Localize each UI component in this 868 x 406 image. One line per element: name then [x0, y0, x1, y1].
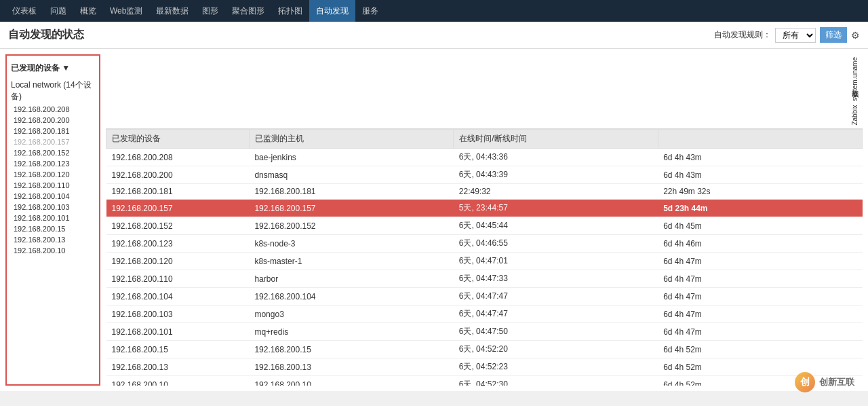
cell-online-time: 6天, 04:47:01 [454, 253, 658, 270]
device-item[interactable]: 192.168.200.120 [11, 169, 95, 180]
col-header-uptime [658, 130, 862, 149]
table-body: 192.168.200.208bae-jenkins6天, 04:43:366d… [106, 149, 863, 386]
nav-graphs[interactable]: 图形 [195, 0, 225, 22]
nav-web-monitor[interactable]: Web监测 [103, 0, 149, 22]
cell-uptime: 6d 4h 46m [658, 235, 862, 253]
cell-host: 192.168.200.13 [249, 358, 453, 376]
device-item[interactable]: 192.168.200.200 [11, 115, 95, 126]
cell-online-time: 6天, 04:43:36 [454, 149, 658, 166]
table-row: 192.168.200.103mongo36天, 04:47:476d 4h 4… [106, 306, 863, 323]
device-item[interactable]: 192.168.200.101 [11, 213, 95, 223]
cell-online-time: 6天, 04:52:20 [454, 341, 658, 358]
device-item[interactable]: 192.168.200.10 [11, 245, 95, 256]
nav-overview[interactable]: 概览 [73, 0, 103, 22]
table-row: 192.168.200.110harbor6天, 04:47:336d 4h 4… [106, 270, 863, 288]
device-item[interactable]: 192.168.200.104 [11, 191, 95, 202]
col-header-host: 已监测的主机 [249, 130, 453, 149]
cell-uptime: 6d 4h 47m [658, 323, 862, 341]
device-item[interactable]: 192.168.200.103 [11, 202, 95, 213]
nav-composite[interactable]: 聚合图形 [225, 0, 271, 22]
left-panel: 已发现的设备 ▼ Local network (14个设备) 192.168.2… [5, 54, 100, 386]
nav-topology[interactable]: 拓扑图 [271, 0, 309, 22]
cell-ip: 192.168.200.104 [106, 288, 250, 306]
cell-host: mongo3 [249, 306, 453, 323]
watermark-text: 创新互联 [819, 376, 854, 388]
table-row: 192.168.200.200dnsmasq6天, 04:43:396d 4h … [106, 166, 863, 184]
cell-online-time: 6天, 04:43:39 [454, 166, 658, 184]
cell-online-time: 22:49:32 [454, 184, 658, 200]
device-item[interactable]: 192.168.200.110 [11, 180, 95, 191]
cell-uptime: 6d 4h 52m [658, 341, 862, 358]
cell-ip: 192.168.200.110 [106, 270, 250, 288]
cell-ip: 192.168.200.15 [106, 341, 250, 358]
nav-autodiscovery[interactable]: 自动发现 [309, 0, 355, 22]
cell-online-time: 6天, 04:52:23 [454, 358, 658, 376]
cell-uptime: 6d 4h 47m [658, 306, 862, 323]
cell-ip: 192.168.200.103 [106, 306, 250, 323]
device-item[interactable]: 192.168.200.15 [11, 223, 95, 234]
cell-host: 192.168.200.181 [249, 184, 453, 200]
cell-online-time: 6天, 04:47:47 [454, 306, 658, 323]
cell-online-time: 6天, 04:46:55 [454, 235, 658, 253]
table-row: 192.168.200.15192.168.200.156天, 04:52:20… [106, 341, 863, 358]
cell-online-time: 6天, 04:52:30 [454, 376, 658, 386]
nav-dashboard[interactable]: 仪表板 [5, 0, 43, 22]
table-row: 192.168.200.120k8s-master-16天, 04:47:016… [106, 253, 863, 270]
cell-online-time: 6天, 04:45:44 [454, 217, 658, 235]
device-item[interactable]: 192.168.200.208 [11, 104, 95, 115]
cell-ip: 192.168.200.123 [106, 235, 250, 253]
cell-uptime: 6d 4h 43m [658, 166, 862, 184]
discoveries-table: 已发现的设备 已监测的主机 在线时间/断线时间 192.168.200.208b… [106, 129, 863, 386]
cell-host: 192.168.200.104 [249, 288, 453, 306]
col-header-ip: 已发现的设备 [106, 130, 250, 149]
cell-ip: 192.168.200.13 [106, 358, 250, 376]
device-list: 192.168.200.208192.168.200.200192.168.20… [11, 104, 95, 256]
cell-ip: 192.168.200.152 [106, 217, 250, 235]
cell-online-time: 6天, 04:47:33 [454, 270, 658, 288]
device-item[interactable]: 192.168.200.123 [11, 158, 95, 169]
watermark: 创 创新互联 [795, 372, 854, 391]
cell-uptime: 6d 4h 47m [658, 270, 862, 288]
device-item[interactable]: 192.168.200.152 [11, 147, 95, 158]
nav-problems[interactable]: 问题 [43, 0, 73, 22]
page-header: 自动发现的状态 自动发现规则： 所有 筛选 ⚙ [0, 22, 868, 49]
cell-host: harbor [249, 270, 453, 288]
cell-host: 192.168.200.15 [249, 341, 453, 358]
settings-icon[interactable]: ⚙ [851, 30, 860, 41]
table-row: 192.168.200.10192.168.200.106天, 04:52:30… [106, 376, 863, 386]
cell-host: 192.168.200.10 [249, 376, 453, 386]
cell-online-time: 6天, 04:47:50 [454, 323, 658, 341]
filter-select[interactable]: 所有 [775, 28, 816, 43]
cell-host: dnsmasq [249, 166, 453, 184]
data-table-wrapper: 已发现的设备 已监测的主机 在线时间/断线时间 192.168.200.208b… [106, 129, 863, 386]
device-item[interactable]: 192.168.200.13 [11, 234, 95, 245]
cell-host: mq+redis [249, 323, 453, 341]
cell-host: 192.168.200.152 [249, 217, 453, 235]
cell-uptime: 6d 4h 45m [658, 217, 862, 235]
device-item[interactable]: 192.168.200.181 [11, 126, 95, 136]
table-row: 192.168.200.101mq+redis6天, 04:47:506d 4h… [106, 323, 863, 341]
cell-ip: 192.168.200.181 [106, 184, 250, 200]
col-header-online: 在线时间/断线时间 [454, 130, 658, 149]
cell-host: k8s-master-1 [249, 253, 453, 270]
watermark-icon: 创 [795, 372, 815, 391]
top-navigation: 仪表板 问题 概览 Web监测 最新数据 图形 聚合图形 拓扑图 自动发现 服务 [0, 0, 868, 22]
cell-ip: 192.168.200.208 [106, 149, 250, 166]
filter-button[interactable]: 筛选 [820, 27, 847, 43]
device-item[interactable]: 192.168.200.157 [11, 136, 95, 147]
zabbix-column-header: Zabbix 客户端 system.uname [850, 57, 860, 126]
cell-ip: 192.168.200.10 [106, 376, 250, 386]
left-panel-header[interactable]: 已发现的设备 ▼ [11, 60, 95, 77]
cell-ip: 192.168.200.101 [106, 323, 250, 341]
table-row: 192.168.200.181192.168.200.18122:49:3222… [106, 184, 863, 200]
cell-ip: 192.168.200.157 [106, 200, 250, 217]
table-row: 192.168.200.104192.168.200.1046天, 04:47:… [106, 288, 863, 306]
cell-uptime: 22h 49m 32s [658, 184, 862, 200]
cell-online-time: 5天, 23:44:57 [454, 200, 658, 217]
cell-uptime: 6d 4h 47m [658, 288, 862, 306]
cell-ip: 192.168.200.200 [106, 166, 250, 184]
cell-online-time: 6天, 04:47:47 [454, 288, 658, 306]
nav-services[interactable]: 服务 [355, 0, 385, 22]
nav-latest-data[interactable]: 最新数据 [149, 0, 195, 22]
network-group-label: Local network (14个设备) [11, 77, 95, 104]
